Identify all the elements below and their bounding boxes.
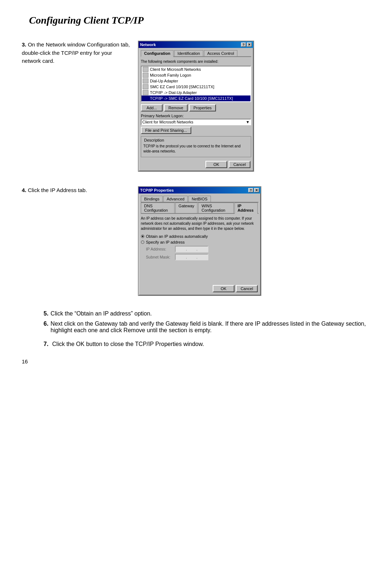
components-label: The following network components are ins… <box>141 59 251 64</box>
primary-logon-value: Client for Microsoft Networks <box>142 120 193 124</box>
list-item[interactable]: SMC EZ Card 10/100 [SMC1211TX] <box>142 84 250 90</box>
tab-netbios[interactable]: NetBIOS <box>188 196 211 202</box>
tcpip-smc-icon <box>143 96 148 101</box>
step-6-text: Next click on the Gateway tab and verify… <box>50 321 370 334</box>
step-7: 7. Click the OK button to close the TCP/… <box>44 341 370 347</box>
remove-button[interactable]: Remove <box>164 104 188 111</box>
description-text: TCP/IP is the protocol you use to connec… <box>143 144 249 154</box>
subnet-mask-label: Subnet Mask: <box>146 255 175 259</box>
list-item-selected[interactable]: TCP/IP -> SMC EZ Card 10/100 [SMC1211TX] <box>142 95 250 101</box>
subnet-mask-row: Subnet Mask: . . <box>146 254 258 260</box>
network-footer: OK Cancel <box>141 159 251 169</box>
tcpip-cancel-button[interactable]: Cancel <box>236 285 258 292</box>
step-3-number: 3. <box>22 41 26 48</box>
cancel-button[interactable]: Cancel <box>229 161 250 168</box>
primary-logon-label: Primary Network Logon: <box>141 114 251 118</box>
page-title: Configuring Client TCP/IP <box>29 15 370 26</box>
tab-ip-address[interactable]: IP Address <box>234 203 258 214</box>
radio-obtain-auto-label: Obtain an IP address automatically <box>146 234 208 239</box>
radio-specify-row[interactable]: Specify an IP address <box>141 240 258 244</box>
network-title: Network <box>140 42 156 47</box>
description-group: Description TCP/IP is the protocol you u… <box>141 136 251 157</box>
ip-seg1 <box>177 247 185 251</box>
tcpip-tabs-bottom: DNS Configuration Gateway WINS Configura… <box>141 203 258 214</box>
file-sharing-button[interactable]: File and Print Sharing... <box>141 127 191 134</box>
family-logon-icon <box>143 73 148 78</box>
primary-logon-dropdown[interactable]: Client for Microsoft Networks ▼ <box>141 119 251 125</box>
ip-address-row: IP Address: . . <box>146 246 258 252</box>
dialup-icon <box>143 78 148 84</box>
network-dialog: Network ? ✕ Configuration Identification… <box>138 41 254 172</box>
step-5-number: 5. <box>44 310 48 317</box>
page-number: 16 <box>22 358 370 365</box>
step-3-section: 3. On the Network window Configuration t… <box>22 41 370 172</box>
list-item[interactable]: Microsoft Family Logon <box>142 72 250 78</box>
tcpip-dialup-icon <box>143 90 148 95</box>
step-3-content: On the Network window Configuration tab,… <box>22 41 130 64</box>
tcpip-titlebar-buttons: ? ✕ <box>248 188 259 192</box>
tab-dns-configuration[interactable]: DNS Configuration <box>141 203 175 213</box>
subnet-seg2 <box>188 255 196 259</box>
radio-obtain-auto-row[interactable]: Obtain an IP address automatically <box>141 234 258 239</box>
tab-advanced[interactable]: Advanced <box>163 196 188 202</box>
tab-identification[interactable]: Identification <box>174 50 203 56</box>
tcpip-footer: OK Cancel <box>141 284 258 293</box>
client-icon <box>143 67 148 72</box>
subnet-mask-input[interactable]: . . <box>175 254 208 260</box>
step-3-text: 3. On the Network window Configuration t… <box>22 41 138 65</box>
tcpip-tabs-top: Bindings Advanced NetBIOS <box>141 196 258 203</box>
add-button[interactable]: Add... <box>141 104 163 111</box>
radio-specify-label: Specify an IP address <box>146 240 185 244</box>
subnet-seg3 <box>198 255 206 259</box>
tcpip-title: TCP/IP Properties <box>140 188 174 192</box>
network-tabs: Configuration Identification Access Cont… <box>141 50 251 57</box>
tcpip-titlebar: TCP/IP Properties ? ✕ <box>139 187 261 194</box>
properties-button[interactable]: Properties <box>189 104 216 111</box>
spacer <box>141 262 258 284</box>
network-action-buttons: Add... Remove Properties <box>141 104 251 111</box>
ok-button[interactable]: OK <box>205 161 227 168</box>
tab-access-control[interactable]: Access Control <box>204 50 237 56</box>
subnet-seg1 <box>177 255 185 259</box>
tab-wins-configuration[interactable]: WINS Configuration <box>198 203 233 213</box>
tcpip-body: Bindings Advanced NetBIOS DNS Configurat… <box>139 194 261 295</box>
step-4-content: Click the IP Address tab. <box>28 187 87 193</box>
list-item[interactable]: TCP/IP -> Dial-Up Adapter <box>142 90 250 95</box>
tcpip-help-button[interactable]: ? <box>248 188 253 192</box>
ip-seg2 <box>188 247 196 251</box>
network-titlebar: Network ? ✕ <box>139 41 253 48</box>
dropdown-arrow-icon: ▼ <box>246 120 250 124</box>
tcpip-close-button[interactable]: ✕ <box>254 188 259 192</box>
step-6-number: 6. <box>44 321 48 327</box>
step-7-text: Click the OK button to close the TCP/IP … <box>52 341 204 347</box>
step-4-section: 4. Click the IP Address tab. TCP/IP Prop… <box>22 186 370 296</box>
list-item[interactable]: Client for Microsoft Networks <box>142 66 250 72</box>
tab-gateway[interactable]: Gateway <box>175 203 197 213</box>
ip-address-label: IP Address: <box>146 247 175 251</box>
titlebar-buttons: ? ✕ <box>241 42 252 47</box>
list-item[interactable]: Dial-Up Adapter <box>142 78 250 84</box>
step-4-text: 4. Click the IP Address tab. <box>22 186 138 195</box>
radio-specify[interactable] <box>141 240 144 244</box>
radio-obtain-auto[interactable] <box>141 235 144 238</box>
step-7-number: 7. <box>44 341 48 347</box>
tab-configuration[interactable]: Configuration <box>141 50 173 57</box>
step-4-number: 4. <box>22 187 26 193</box>
tcpip-dialog-screenshot: TCP/IP Properties ? ✕ Bindings Advanced … <box>138 186 370 296</box>
tab-bindings[interactable]: Bindings <box>141 196 163 202</box>
step-5: 5. Click the “Obtain an IP address” opti… <box>44 310 370 317</box>
network-components-list[interactable]: Client for Microsoft Networks Microsoft … <box>141 66 251 102</box>
step-5-text: Click the “Obtain an IP address” option. <box>50 310 152 317</box>
help-button[interactable]: ? <box>241 42 246 47</box>
ip-field-group: IP Address: . . Subnet Mask: <box>146 246 258 260</box>
steps-5-6-area: 5. Click the “Obtain an IP address” opti… <box>44 310 370 334</box>
tcpip-ok-button[interactable]: OK <box>213 285 234 292</box>
ip-address-input[interactable]: . . <box>175 246 208 252</box>
smc-icon <box>143 84 148 89</box>
close-button[interactable]: ✕ <box>247 42 252 47</box>
tcpip-info-text: An IP address can be automatically assig… <box>141 216 258 231</box>
network-body: Configuration Identification Access Cont… <box>139 48 253 171</box>
network-dialog-screenshot: Network ? ✕ Configuration Identification… <box>138 41 370 172</box>
ip-seg3 <box>198 247 206 251</box>
description-group-title: Description <box>143 138 165 142</box>
